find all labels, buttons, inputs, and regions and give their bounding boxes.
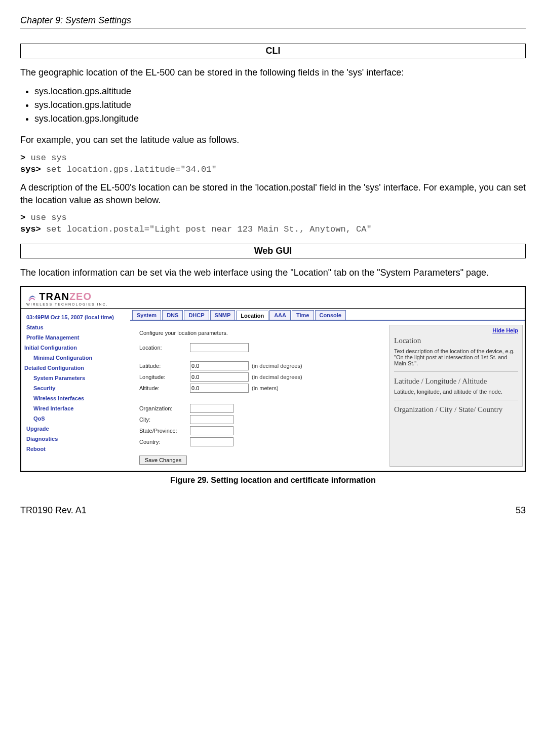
- sidebar-head-detailed: Detailed Configuration: [21, 363, 130, 373]
- state-label: State/Province:: [139, 428, 190, 434]
- sidebar-item-profile[interactable]: Profile Management: [21, 332, 130, 343]
- sidebar-item-minimal[interactable]: Minimal Configuration: [21, 353, 130, 363]
- tab-dhcp[interactable]: DHCP: [184, 310, 209, 320]
- prompt: >: [20, 213, 25, 222]
- sidebar-item-wireless[interactable]: Wireless Interfaces: [21, 393, 130, 403]
- help-panel: Hide Help Location Text description of t…: [389, 325, 523, 467]
- prompt: >: [20, 153, 25, 163]
- latitude-hint: (in decimal degrees): [252, 363, 302, 369]
- latitude-input[interactable]: [190, 361, 249, 370]
- prompt: sys>: [20, 165, 41, 174]
- cli-intro: The geographic location of the EL-500 ca…: [20, 66, 526, 79]
- location-input[interactable]: [190, 343, 249, 352]
- help-text-latlon: Latitude, longitude, and altitude of the…: [394, 389, 518, 395]
- help-heading-location: Location: [394, 336, 518, 345]
- altitude-input[interactable]: [190, 384, 249, 393]
- logo-subtitle: WIRELESS TECHNOLOGIES INC.: [26, 303, 520, 306]
- cli-field-list: sys.location.gps.altitude sys.location.g…: [34, 85, 526, 126]
- webgui-intro: The location information can be set via …: [20, 267, 526, 279]
- sidebar-item-wired[interactable]: Wired Interface: [21, 403, 130, 413]
- list-item: sys.location.gps.altitude: [34, 85, 526, 98]
- prompt: sys>: [20, 224, 41, 234]
- sidebar-item-diagnostics[interactable]: Diagnostics: [21, 434, 130, 444]
- country-label: Country:: [139, 439, 190, 445]
- altitude-hint: (in meters): [252, 385, 279, 391]
- sidebar: 03:49PM Oct 15, 2007 (local time) Status…: [21, 309, 130, 471]
- longitude-hint: (in decimal degrees): [252, 374, 302, 380]
- longitude-input[interactable]: [190, 372, 249, 382]
- list-item: sys.location.gps.longitude: [34, 112, 526, 126]
- list-item: sys.location.gps.latitude: [34, 98, 526, 112]
- tab-aaa[interactable]: AAA: [269, 310, 291, 320]
- sidebar-item-status[interactable]: Status: [21, 322, 130, 332]
- tab-console[interactable]: Console: [315, 310, 346, 320]
- page-footer: TR0190 Rev. A1 53: [20, 505, 526, 516]
- page-header: Chapter 9: System Settings: [20, 15, 526, 28]
- code-text: use sys: [25, 153, 67, 163]
- sidebar-item-upgrade[interactable]: Upgrade: [21, 424, 130, 434]
- swirl-icon: [26, 293, 37, 303]
- figure-caption: Figure 29. Setting location and certific…: [20, 476, 526, 485]
- logo-text: TRANZEO: [39, 291, 92, 302]
- help-text-location: Text description of the location of the …: [394, 348, 518, 366]
- code-text: set location.postal="Light post near 123…: [41, 224, 372, 234]
- cli-mid: A description of the EL-500's location c…: [20, 181, 526, 206]
- example1-lead: For example, you can set the latitude va…: [20, 134, 526, 146]
- help-heading-org: Organization / City / State/ Country: [394, 405, 518, 414]
- organization-input[interactable]: [190, 404, 233, 413]
- code-text: set location.gps.latitude="34.01": [41, 165, 217, 174]
- divider: [394, 371, 518, 372]
- help-heading-latlon: Latitude / Longitude / Altitude: [394, 377, 518, 386]
- save-changes-button[interactable]: Save Changes: [139, 456, 187, 465]
- footer-left: TR0190 Rev. A1: [20, 505, 87, 516]
- code-example-1: > use sys sys> set location.gps.latitude…: [20, 153, 526, 176]
- tab-location[interactable]: Location: [236, 311, 268, 320]
- tab-system[interactable]: System: [132, 310, 161, 320]
- country-input[interactable]: [190, 437, 233, 446]
- organization-label: Organization:: [139, 405, 190, 411]
- location-label: Location:: [139, 345, 190, 351]
- sidebar-item-security[interactable]: Security: [21, 383, 130, 393]
- city-input[interactable]: [190, 415, 233, 424]
- cli-heading: CLI: [20, 44, 526, 58]
- hide-help-link[interactable]: Hide Help: [394, 327, 518, 333]
- page-number: 53: [516, 505, 526, 516]
- divider: [394, 400, 518, 400]
- longitude-label: Longitude:: [139, 374, 190, 380]
- tab-bar: System DNS DHCP SNMP Location AAA Time C…: [130, 309, 525, 321]
- city-label: City:: [139, 417, 190, 423]
- code-text: use sys: [25, 213, 67, 222]
- logo-tran: TRAN: [39, 291, 69, 302]
- sidebar-item-reboot[interactable]: Reboot: [21, 444, 130, 454]
- code-example-2: > use sys sys> set location.postal="Ligh…: [20, 212, 526, 236]
- sidebar-item-sysparams[interactable]: System Parameters: [21, 373, 130, 383]
- form-area: Configure your location parameters. Loca…: [132, 325, 383, 467]
- sidebar-head-initial: Initial Configuration: [21, 343, 130, 353]
- state-input[interactable]: [190, 426, 233, 435]
- tab-dns[interactable]: DNS: [162, 310, 183, 320]
- tab-time[interactable]: Time: [292, 310, 314, 320]
- tab-snmp[interactable]: SNMP: [210, 310, 236, 320]
- webgui-screenshot: TRANZEO WIRELESS TECHNOLOGIES INC. 03:49…: [20, 286, 526, 472]
- altitude-label: Altitude:: [139, 385, 190, 391]
- sidebar-item-qos[interactable]: QoS: [21, 413, 130, 424]
- timestamp: 03:49PM Oct 15, 2007 (local time): [21, 312, 130, 322]
- webgui-heading: Web GUI: [20, 244, 526, 258]
- latitude-label: Latitude:: [139, 363, 190, 369]
- logo-zeo: ZEO: [69, 291, 92, 302]
- form-intro: Configure your location parameters.: [139, 330, 376, 336]
- logo-area: TRANZEO WIRELESS TECHNOLOGIES INC.: [21, 287, 525, 309]
